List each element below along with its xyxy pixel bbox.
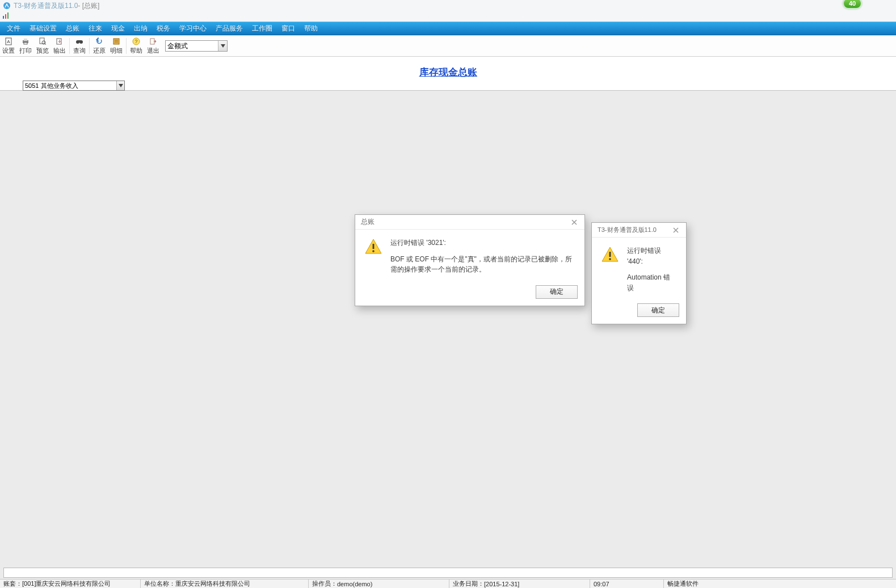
toolbar-restore-button[interactable]: 还原 <box>91 36 108 56</box>
ok-button[interactable]: 确定 <box>536 285 578 299</box>
menu-product-service[interactable]: 产品服务 <box>211 24 247 33</box>
binoculars-icon <box>75 37 84 46</box>
status-input[interactable] <box>3 568 893 578</box>
chart-icon <box>2 11 10 19</box>
menu-basic-settings[interactable]: 基础设置 <box>25 24 61 33</box>
menu-general-ledger[interactable]: 总账 <box>61 24 84 33</box>
error-dialog-3021: 总账 运行时错误 '3021': BOF 或 EOF 中有一个是"真"，或者当前… <box>355 214 585 306</box>
notification-badge[interactable]: 40 <box>843 0 862 9</box>
status-company-value: 重庆安云网络科技有限公司 <box>175 579 250 588</box>
window-title-sub: - [总账] <box>78 1 99 11</box>
export-icon <box>55 37 64 46</box>
account-combo[interactable]: 5051 其他业务收入 <box>23 81 125 91</box>
toolbar-btn-label: 查询 <box>73 46 86 55</box>
menu-cashier[interactable]: 出纳 <box>129 24 152 33</box>
status-account-set-value: [001]重庆安云网络科技有限公司 <box>22 579 111 588</box>
menu-window[interactable]: 窗口 <box>277 24 300 33</box>
close-icon[interactable] <box>569 217 580 228</box>
chevron-down-icon <box>218 41 227 51</box>
status-bizdate-label: 业务日期： <box>453 579 484 588</box>
format-select-value: 金额式 <box>167 41 188 51</box>
svg-rect-16 <box>113 39 119 44</box>
dialog-error-code: 运行时错误 '440': <box>627 246 677 266</box>
menu-file[interactable]: 文件 <box>2 24 25 33</box>
ok-button[interactable]: 确定 <box>637 303 679 317</box>
toolbar-export-button[interactable]: 输出 <box>51 36 68 56</box>
dialog-error-body: Automation 错误 <box>627 272 677 293</box>
close-icon[interactable] <box>670 225 682 236</box>
status-operator-value: demo(demo) <box>337 581 372 587</box>
menu-cash[interactable]: 现金 <box>107 24 129 33</box>
app-icon <box>2 1 11 10</box>
toolbar-settings-button[interactable]: A 设置 <box>0 36 17 56</box>
toolbar-query-button[interactable]: 查询 <box>71 36 88 56</box>
chevron-down-icon <box>116 81 124 90</box>
menu-tax[interactable]: 税务 <box>152 24 175 33</box>
toolbar-btn-label: 还原 <box>93 46 106 55</box>
svg-rect-2 <box>5 14 6 19</box>
page-a-icon: A <box>4 37 13 46</box>
dialog-title-text: T3-财务通普及版11.0 <box>598 226 657 234</box>
svg-point-23 <box>372 250 375 252</box>
status-bar: 账套： [001]重庆安云网络科技有限公司 单位名称： 重庆安云网络科技有限公司… <box>0 579 896 588</box>
svg-line-11 <box>45 44 46 45</box>
svg-rect-3 <box>7 12 9 19</box>
printer-icon <box>21 37 30 46</box>
ok-button-label: 确定 <box>651 306 665 315</box>
toolbar: A 设置 打印 预览 输出 查询 还原 明细 ? 帮助 退出 金额式 <box>0 35 896 57</box>
menu-learning[interactable]: 学习中心 <box>175 24 211 33</box>
toolbar-btn-label: 退出 <box>147 46 159 55</box>
toolbar-preview-button[interactable]: 预览 <box>34 36 51 56</box>
page-title: 库存现金总账 <box>419 66 477 79</box>
quick-icon-strip <box>0 11 896 22</box>
toolbar-btn-label: 输出 <box>53 46 66 55</box>
svg-rect-8 <box>24 43 27 44</box>
menu-help[interactable]: 帮助 <box>300 24 322 33</box>
svg-rect-1 <box>3 16 4 19</box>
status-brand: 畅捷通软件 <box>667 579 699 588</box>
toolbar-detail-button[interactable]: 明细 <box>108 36 125 56</box>
toolbar-btn-label: 帮助 <box>130 46 142 55</box>
error-dialog-440: T3-财务通普及版11.0 运行时错误 '440': Automation 错误… <box>591 222 687 324</box>
format-select[interactable]: 金额式 <box>165 40 228 52</box>
dialog-titlebar[interactable]: 总账 <box>355 215 584 230</box>
svg-point-25 <box>609 258 611 260</box>
menu-workspace[interactable]: 工作圈 <box>247 24 277 33</box>
toolbar-print-button[interactable]: 打印 <box>17 36 34 56</box>
svg-rect-22 <box>373 244 375 249</box>
status-time: 09:07 <box>594 581 609 587</box>
toolbar-separator <box>89 38 90 54</box>
dialog-titlebar[interactable]: T3-财务通普及版11.0 <box>592 223 686 238</box>
toolbar-btn-label: 预览 <box>36 46 49 55</box>
toolbar-help-button[interactable]: ? 帮助 <box>128 36 145 56</box>
svg-rect-24 <box>609 252 611 257</box>
toolbar-exit-button[interactable]: 退出 <box>145 36 162 56</box>
svg-text:A: A <box>7 39 10 44</box>
menu-bar: 文件 基础设置 总账 往来 现金 出纳 税务 学习中心 产品服务 工作圈 窗口 … <box>0 22 896 35</box>
status-company-label: 单位名称： <box>144 579 175 588</box>
menu-transactions[interactable]: 往来 <box>84 24 107 33</box>
help-icon: ? <box>132 37 141 46</box>
window-title: T3-财务通普及版11.0 <box>14 1 78 11</box>
notification-badge-count: 40 <box>849 0 856 7</box>
undo-icon <box>95 37 104 46</box>
titlebar: T3-财务通普及版11.0 - [总账] 40 <box>0 0 896 11</box>
exit-icon <box>149 37 158 46</box>
svg-rect-15 <box>78 40 81 41</box>
svg-rect-21 <box>150 39 154 44</box>
status-bizdate-value: [2015-12-31] <box>484 581 519 587</box>
magnifier-page-icon <box>38 37 47 46</box>
toolbar-btn-label: 打印 <box>19 46 32 55</box>
toolbar-btn-label: 设置 <box>2 46 15 55</box>
toolbar-separator <box>69 38 70 54</box>
content-header: 库存现金总账 5051 其他业务收入 <box>0 57 896 91</box>
ok-button-label: 确定 <box>550 287 563 297</box>
svg-text:?: ? <box>134 39 137 44</box>
toolbar-btn-label: 明细 <box>110 46 123 55</box>
toolbar-separator <box>126 38 127 54</box>
ledger-icon <box>112 37 121 46</box>
dialog-error-code: 运行时错误 '3021': <box>390 238 575 248</box>
status-account-set-label: 账套： <box>3 579 22 588</box>
warning-icon <box>364 238 382 256</box>
account-combo-value: 5051 其他业务收入 <box>25 82 78 90</box>
